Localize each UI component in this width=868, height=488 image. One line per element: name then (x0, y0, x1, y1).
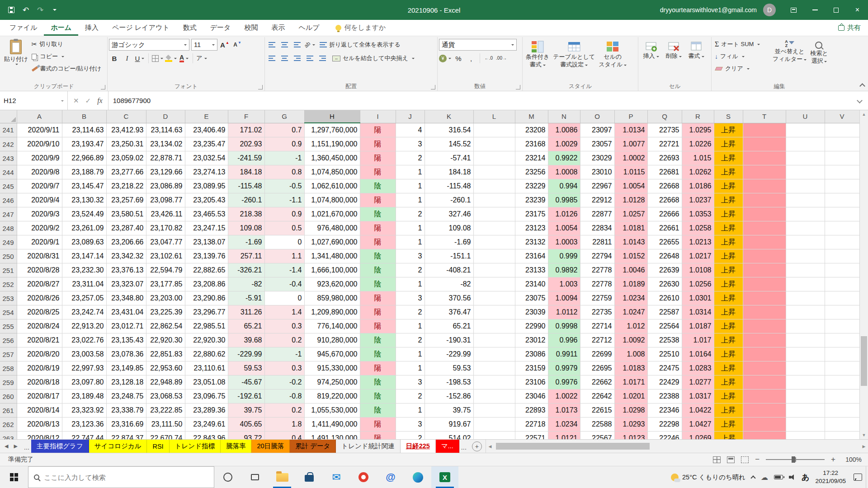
cell-B255[interactable]: 22,913.20 (62, 319, 106, 333)
sheet-tab-騰落率[interactable]: 騰落率 (221, 440, 252, 453)
cell-N251[interactable]: 0.9892 (548, 263, 580, 277)
cell-L247[interactable] (473, 207, 515, 221)
cell-P249[interactable]: 1.0143 (614, 235, 647, 249)
ribbon-tab-ヘルプ[interactable]: ヘルプ (292, 20, 326, 36)
cell-J255[interactable]: 1 (396, 319, 425, 333)
orientation-button[interactable]: ab (304, 39, 315, 51)
cell-M253[interactable]: 23075 (515, 291, 548, 305)
zoom-level[interactable]: 100% (842, 456, 862, 463)
tell-me-box[interactable]: 何をしますか (335, 20, 386, 36)
cell-J263[interactable]: 2 (396, 432, 425, 440)
cell-N250[interactable]: 0.999 (548, 249, 580, 263)
cell-S260[interactable]: 上昇 (714, 389, 743, 404)
cell-F242[interactable]: 202.93 (228, 137, 264, 151)
insert-cells-button[interactable]: 挿入 (640, 38, 662, 80)
ribbon-display-options-button[interactable] (783, 0, 804, 20)
row-header-244[interactable]: 244 (0, 165, 17, 179)
cell-D244[interactable]: 23,129.66 (146, 165, 185, 179)
insert-function-icon[interactable]: fx (97, 97, 103, 105)
cell-D249[interactable]: 23,047.77 (146, 235, 185, 249)
cell-P261[interactable]: 1.0298 (614, 404, 647, 418)
decrease-font-button[interactable]: A▼ (232, 39, 243, 51)
cell-J252[interactable]: 1 (396, 277, 425, 291)
taskbar-clock[interactable]: 17:22 2021/09/05 (815, 469, 846, 485)
cell-U252[interactable] (786, 277, 825, 291)
cell-H257[interactable]: 945,670,000 (304, 347, 360, 361)
cell-J259[interactable]: 3 (396, 375, 425, 389)
cell-F252[interactable]: -82 (228, 277, 264, 291)
cell-C259[interactable]: 23,128.18 (106, 375, 146, 389)
cell-S250[interactable]: 上昇 (714, 249, 743, 263)
cell-R247[interactable]: 1.0353 (682, 207, 714, 221)
cell-S254[interactable]: 上昇 (714, 305, 743, 319)
cell-P256[interactable]: 1.0092 (614, 333, 647, 347)
cell-N255[interactable]: 0.9998 (548, 319, 580, 333)
cell-G250[interactable]: 1.1 (264, 249, 304, 263)
column-header-L[interactable]: L (473, 110, 515, 123)
cell-J262[interactable]: 3 (396, 418, 425, 432)
cell-G255[interactable]: 0.3 (264, 319, 304, 333)
file-explorer-button[interactable] (269, 466, 296, 488)
cell-E253[interactable]: 23,290.86 (185, 291, 228, 305)
cell-E254[interactable]: 23,296.77 (185, 305, 228, 319)
cell-F241[interactable]: 171.02 (228, 123, 264, 137)
enter-formula-icon[interactable]: ✓ (85, 97, 91, 105)
cell-J246[interactable]: 1 (396, 193, 425, 207)
cell-S247[interactable]: 上昇 (714, 207, 743, 221)
column-header-R[interactable]: R (682, 110, 714, 123)
cell-B260[interactable]: 23,189.48 (62, 389, 106, 404)
cell-E257[interactable]: 22,880.62 (185, 347, 228, 361)
cell-H256[interactable]: 910,280,000 (304, 333, 360, 347)
redo-button[interactable]: ↷ (33, 3, 47, 17)
ime-indicator[interactable]: あ (802, 472, 809, 483)
zoom-out-button[interactable]: − (755, 455, 760, 464)
ribbon-tab-ファイル[interactable]: ファイル (3, 20, 44, 36)
cell-Q253[interactable]: 22610 (647, 291, 682, 305)
cell-I241[interactable]: 陽 (360, 123, 396, 137)
cell-N246[interactable]: 0.9985 (548, 193, 580, 207)
cell-G258[interactable]: 0.3 (264, 361, 304, 375)
cell-E245[interactable]: 23,089.95 (185, 179, 228, 193)
format-as-table-button[interactable]: テーブルとして書式設定 (551, 38, 597, 80)
cell-N256[interactable]: 0.996 (548, 333, 580, 347)
cell-B259[interactable]: 23,097.80 (62, 375, 106, 389)
cell-R249[interactable]: 1.0213 (682, 235, 714, 249)
cell-S256[interactable]: 上昇 (714, 333, 743, 347)
cell-T247[interactable] (743, 207, 786, 221)
cell-L261[interactable] (473, 404, 515, 418)
cell-R262[interactable]: 1.0427 (682, 418, 714, 432)
cell-R253[interactable]: 1.0301 (682, 291, 714, 305)
cell-M243[interactable]: 23214 (515, 151, 548, 165)
cell-O243[interactable]: 23029 (580, 151, 614, 165)
cell-J250[interactable]: 3 (396, 249, 425, 263)
qat-customize-button[interactable] (48, 3, 61, 17)
cell-R256[interactable]: 1.017 (682, 333, 714, 347)
cell-P248[interactable]: 1.0181 (614, 221, 647, 235)
page-layout-view-button[interactable] (727, 456, 735, 463)
number-format-select[interactable]: 通貨 (439, 39, 517, 51)
onedrive-cloud-icon[interactable]: ☁ (761, 473, 768, 482)
cell-K253[interactable]: 370.56 (425, 291, 473, 305)
align-middle-button[interactable] (279, 39, 290, 51)
ribbon-tab-表示[interactable]: 表示 (264, 20, 292, 36)
column-header-O[interactable]: O (580, 110, 614, 123)
cell-N249[interactable]: 1.0003 (548, 235, 580, 249)
show-desktop-button[interactable] (866, 466, 868, 488)
cell-J245[interactable]: 1 (396, 179, 425, 193)
cell-R244[interactable]: 1.0262 (682, 165, 714, 179)
paste-button[interactable]: 貼り付け (2, 38, 30, 80)
cell-K259[interactable]: -198.53 (425, 375, 473, 389)
column-header-I[interactable]: I (360, 110, 396, 123)
cell-O254[interactable]: 22735 (580, 305, 614, 319)
cell-L255[interactable] (473, 319, 515, 333)
cell-A260[interactable]: 2020/8/17 (17, 389, 62, 404)
cell-J241[interactable]: 4 (396, 123, 425, 137)
cell-F258[interactable]: 59.53 (228, 361, 264, 375)
find-select-button[interactable]: 検索と選択 (808, 38, 830, 80)
cell-Q241[interactable]: 22735 (647, 123, 682, 137)
cell-Q252[interactable]: 22630 (647, 277, 682, 291)
cell-M251[interactable]: 23133 (515, 263, 548, 277)
cell-P259[interactable]: 1.0171 (614, 375, 647, 389)
sheet-tab-トレンド統計関連[interactable]: トレンド統計関連 (336, 440, 400, 453)
cell-S252[interactable]: 上昇 (714, 277, 743, 291)
